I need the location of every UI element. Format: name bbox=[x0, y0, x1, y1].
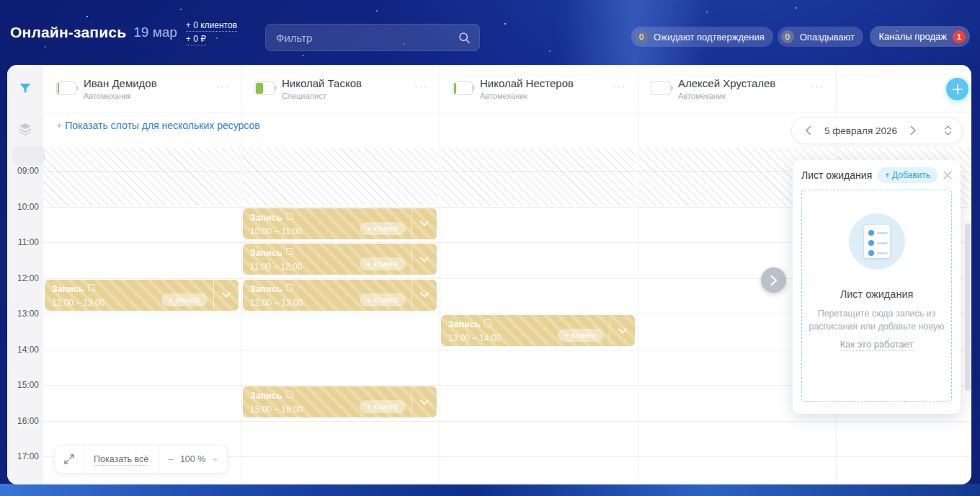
zoom-in-button[interactable]: + bbox=[212, 454, 218, 465]
staff-menu-button[interactable]: ··· bbox=[216, 81, 230, 92]
waiting-list-empty-title: Лист ожидания bbox=[840, 288, 914, 300]
add-client-button[interactable]: + клиент bbox=[360, 293, 406, 306]
appointment-expand-button[interactable] bbox=[411, 386, 437, 417]
staff-menu-button[interactable]: ··· bbox=[612, 81, 626, 92]
staff-load-indicator bbox=[254, 81, 275, 95]
staff-load-indicator bbox=[56, 81, 76, 95]
non-working-hours-hatch bbox=[43, 148, 240, 206]
add-client-button[interactable]: + клиент bbox=[360, 400, 406, 413]
appointment-body: Запись10:00 – 11:00+ клиент bbox=[243, 208, 411, 239]
waiting-list-dropzone[interactable]: Лист ожидания Перетащите сюда запись из … bbox=[801, 190, 952, 402]
appointment-block[interactable]: Запись12:00 – 13:00+ клиент bbox=[45, 280, 239, 311]
add-client-button[interactable]: + клиент bbox=[360, 257, 406, 270]
page-title: Онлайн-запись bbox=[10, 24, 126, 41]
appointment-block[interactable]: Запись10:00 – 11:00+ клиент bbox=[243, 208, 437, 239]
appointment-title: Запись bbox=[250, 248, 282, 258]
appointment-block[interactable]: Запись11:00 – 12:00+ клиент bbox=[243, 244, 437, 275]
collapse-expand-icon[interactable] bbox=[944, 125, 952, 136]
expand-view-button[interactable] bbox=[55, 446, 84, 473]
staff-meta: Иван ДемидовАвтомеханик bbox=[84, 77, 157, 100]
staff-column-header[interactable]: Николай ТасковСпециалист··· bbox=[241, 65, 440, 112]
header-date: 19 мар bbox=[133, 25, 177, 40]
staff-meta: Алексей ХрусталевАвтомеханик bbox=[678, 77, 775, 100]
checklist-icon bbox=[864, 225, 890, 258]
waiting-list-add-button[interactable]: + Добавить bbox=[878, 167, 937, 183]
filter-funnel-icon[interactable] bbox=[18, 81, 32, 99]
how-it-works-link[interactable]: Как это работает bbox=[840, 339, 914, 351]
late-label: Опаздывают bbox=[800, 32, 855, 43]
appointment-expand-button[interactable] bbox=[411, 280, 437, 311]
app-header: Онлайн-запись 19 мар + 0 клиентов + 0 ₽ … bbox=[0, 0, 980, 65]
time-label: 16:00 bbox=[7, 416, 39, 426]
non-working-hours-hatch bbox=[441, 148, 636, 206]
staff-column-header[interactable]: Иван ДемидовАвтомеханик··· bbox=[43, 65, 241, 112]
staff-meta: Николай НестеровАвтомеханик bbox=[480, 77, 574, 100]
staff-column-header[interactable]: Алексей ХрусталевАвтомеханик··· bbox=[638, 65, 836, 112]
search-icon[interactable] bbox=[458, 32, 471, 44]
appointment-block[interactable]: Запись13:00 – 14:00+ клиент bbox=[441, 315, 635, 346]
appointment-expand-button[interactable] bbox=[213, 280, 239, 311]
layers-icon[interactable] bbox=[18, 123, 32, 138]
sales-channels-button[interactable]: Каналы продаж 1 bbox=[870, 26, 970, 47]
appointment-expand-button[interactable] bbox=[610, 315, 635, 346]
pending-label: Ожидают подтверждения bbox=[654, 32, 765, 43]
staff-menu-button[interactable]: ··· bbox=[811, 81, 824, 92]
vertical-scrollbar[interactable] bbox=[965, 223, 971, 391]
filter-search-box[interactable] bbox=[265, 24, 480, 51]
close-icon[interactable] bbox=[943, 171, 952, 180]
background-bottom-landscape bbox=[0, 484, 980, 496]
clients-stat[interactable]: + 0 клиентов bbox=[186, 20, 237, 32]
appointment-expand-button[interactable] bbox=[411, 244, 437, 275]
date-navigator: 5 февраля 2026 bbox=[791, 117, 963, 144]
filter-input[interactable] bbox=[266, 32, 458, 44]
appointment-title: Запись bbox=[448, 319, 481, 329]
appointment-block[interactable]: Запись15:00 – 16:00+ клиент bbox=[243, 386, 437, 417]
view-controls-bar: Показать всё − 100 % + bbox=[54, 445, 228, 474]
late-badge[interactable]: 0 Опаздывают bbox=[778, 27, 863, 47]
note-icon bbox=[286, 248, 293, 255]
staff-column-header[interactable]: Николай НестеровАвтомеханик··· bbox=[440, 65, 638, 112]
appointment-body: Запись12:00 – 13:00+ клиент bbox=[45, 280, 213, 311]
time-label: 17:00 bbox=[7, 451, 39, 461]
next-day-button[interactable] bbox=[907, 123, 919, 138]
show-all-label: Показать всё bbox=[94, 454, 148, 466]
hour-gridline bbox=[43, 421, 971, 422]
add-client-button[interactable]: + клиент bbox=[558, 329, 604, 342]
time-label: 14:00 bbox=[7, 345, 39, 355]
show-slots-label: Показать слоты для нескольких ресурсов bbox=[65, 120, 260, 131]
pending-count: 0 bbox=[635, 30, 648, 43]
zoom-out-button[interactable]: − bbox=[168, 454, 174, 465]
appointment-title: Запись bbox=[52, 284, 84, 294]
revenue-stat[interactable]: + 0 ₽ bbox=[186, 34, 206, 45]
appointment-body: Запись15:00 – 16:00+ клиент bbox=[243, 386, 411, 417]
staff-name: Иван Демидов bbox=[84, 77, 157, 89]
staff-role: Автомеханик bbox=[84, 92, 157, 100]
pending-confirmation-badge[interactable]: 0 Ожидают подтверждения bbox=[631, 27, 773, 47]
appointment-body: Запись12:00 – 13:00+ клиент bbox=[243, 280, 411, 311]
appointment-expand-button[interactable] bbox=[411, 208, 437, 239]
add-client-button[interactable]: + клиент bbox=[360, 222, 406, 235]
show-slots-link[interactable]: +Показать слоты для нескольких ресурсов bbox=[56, 120, 260, 131]
waiting-list-card: Лист ожидания + Добавить Лист ожидания П… bbox=[793, 160, 961, 414]
note-icon bbox=[286, 284, 293, 291]
appointment-body: Запись11:00 – 12:00+ клиент bbox=[243, 244, 411, 275]
time-label: 09:00 bbox=[7, 166, 39, 176]
time-label: 13:00 bbox=[7, 309, 39, 319]
current-date-label[interactable]: 5 февраля 2026 bbox=[824, 125, 897, 136]
staff-menu-button[interactable]: ··· bbox=[414, 81, 428, 92]
column-divider bbox=[638, 65, 638, 484]
zoom-level-value: 100 % bbox=[180, 454, 205, 464]
appointment-block[interactable]: Запись12:00 – 13:00+ клиент bbox=[243, 280, 437, 311]
add-resource-button[interactable] bbox=[946, 78, 968, 100]
add-client-button[interactable]: + клиент bbox=[161, 293, 208, 306]
online-booking-screen: Онлайн-запись 19 мар + 0 клиентов + 0 ₽ … bbox=[0, 0, 980, 496]
column-divider bbox=[440, 65, 440, 484]
prev-day-button[interactable] bbox=[802, 123, 814, 138]
non-working-hours-hatch bbox=[243, 148, 438, 206]
time-label: 11:00 bbox=[7, 237, 39, 247]
show-all-button[interactable]: Показать всё bbox=[84, 454, 158, 464]
scroll-columns-right-button[interactable] bbox=[761, 267, 786, 293]
waiting-list-title: Лист ожидания bbox=[801, 169, 872, 181]
appointment-title: Запись bbox=[250, 391, 282, 401]
gutter-scroll-bump bbox=[12, 146, 45, 166]
